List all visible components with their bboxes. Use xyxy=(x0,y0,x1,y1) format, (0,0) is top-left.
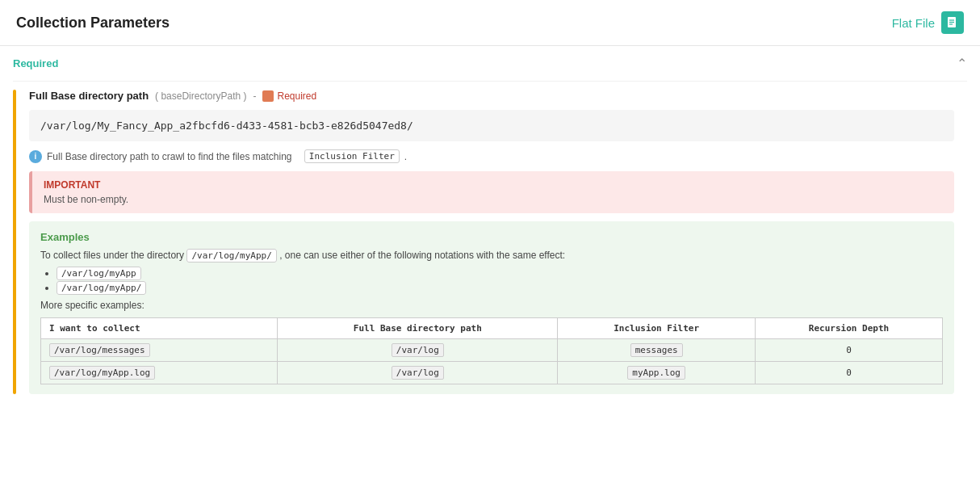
examples-desc-after: , one can use either of the following no… xyxy=(279,250,565,261)
cell-code: myApp.log xyxy=(627,366,685,380)
field-param-label: ( baseDirectoryPath ) xyxy=(155,90,246,102)
required-section-header[interactable]: Required ⌃ xyxy=(13,46,967,82)
more-examples-label: More specific examples: xyxy=(40,300,943,311)
examples-desc-before: To collect files under the directory xyxy=(40,250,184,261)
section-label: Required xyxy=(13,57,58,69)
important-box: IMPORTANT Must be non-empty. xyxy=(29,171,954,213)
td-depth-2: 0 xyxy=(756,362,943,384)
td-filter-2: myApp.log xyxy=(558,362,756,384)
field-value: /var/log/My_Fancy_App_a2fbcfd6-d433-4581… xyxy=(40,120,413,132)
td-base-1: /var/log xyxy=(278,339,558,362)
cell-code: /var/log xyxy=(392,366,444,380)
examples-description: To collect files under the directory /va… xyxy=(40,250,943,261)
info-inline-code: Inclusion Filter xyxy=(304,149,400,163)
examples-table: I want to collect Full Base directory pa… xyxy=(40,317,943,384)
list-item-code-2: /var/log/myApp/ xyxy=(57,281,146,295)
td-depth-1: 0 xyxy=(756,339,943,362)
info-text-after: . xyxy=(404,151,407,162)
main-content: Required ⌃ Full Base directory path ( ba… xyxy=(0,46,980,394)
cell-code: /var/log/myApp.log xyxy=(49,366,155,380)
list-item-code-1: /var/log/myApp xyxy=(57,267,141,280)
examples-list: /var/log/myApp /var/log/myApp/ xyxy=(40,267,943,293)
td-filter-1: messages xyxy=(558,339,756,362)
page-title: Collection Parameters xyxy=(16,15,170,32)
cell-code: /var/log xyxy=(392,343,444,357)
th-base-path: Full Base directory path xyxy=(278,318,558,339)
th-filter: Inclusion Filter xyxy=(558,318,756,339)
td-base-2: /var/log xyxy=(278,362,558,384)
important-title: IMPORTANT xyxy=(44,179,943,191)
cell-code: /var/log/messages xyxy=(49,343,150,357)
plugin-name-label: Flat File xyxy=(892,16,935,30)
important-text: Must be non-empty. xyxy=(44,194,943,205)
table-row: /var/log/myApp.log /var/log myApp.log 0 xyxy=(41,362,943,384)
th-depth: Recursion Depth xyxy=(756,318,943,339)
field-name-label: Full Base directory path xyxy=(29,90,149,102)
examples-title: Examples xyxy=(40,231,943,243)
required-color-badge xyxy=(262,90,274,102)
list-item: /var/log/myApp xyxy=(57,267,943,279)
table-body: /var/log/messages /var/log messages 0 xyxy=(41,339,943,384)
cell-code: messages xyxy=(630,343,683,357)
field-inner: Full Base directory path ( baseDirectory… xyxy=(16,90,967,394)
info-text-before: Full Base directory path to crawl to fin… xyxy=(47,151,291,162)
examples-desc-code: /var/log/myApp/ xyxy=(186,249,276,262)
list-item: /var/log/myApp/ xyxy=(57,282,943,293)
field-dash: - xyxy=(253,90,256,102)
chevron-up-icon[interactable]: ⌃ xyxy=(957,56,967,71)
td-collect-1: /var/log/messages xyxy=(41,339,278,362)
field-title-row: Full Base directory path ( baseDirectory… xyxy=(16,90,967,102)
field-required-badge: Required xyxy=(262,90,316,102)
plugin-label-area: Flat File xyxy=(892,11,964,34)
page-header: Collection Parameters Flat File xyxy=(0,0,980,46)
info-row: i Full Base directory path to crawl to f… xyxy=(29,149,954,163)
examples-box: Examples To collect files under the dire… xyxy=(29,221,954,394)
info-icon: i xyxy=(29,150,42,163)
td-collect-2: /var/log/myApp.log xyxy=(41,362,278,384)
table-row: /var/log/messages /var/log messages 0 xyxy=(41,339,943,362)
field-value-box[interactable]: /var/log/My_Fancy_App_a2fbcfd6-d433-4581… xyxy=(29,110,954,141)
field-block: Full Base directory path ( baseDirectory… xyxy=(13,90,967,394)
table-header-row: I want to collect Full Base directory pa… xyxy=(41,318,943,339)
table-header: I want to collect Full Base directory pa… xyxy=(41,318,943,339)
required-text: Required xyxy=(277,90,316,102)
plugin-icon xyxy=(941,11,964,34)
th-collect: I want to collect xyxy=(41,318,278,339)
